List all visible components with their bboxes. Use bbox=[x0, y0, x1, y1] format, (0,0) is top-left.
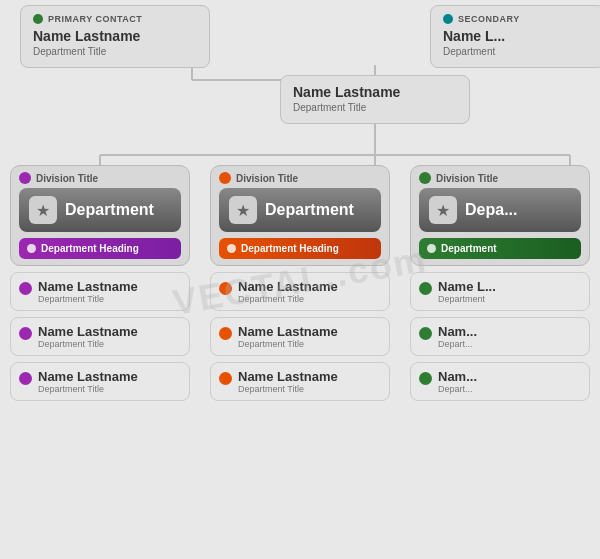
div3-title: Division Title bbox=[436, 173, 498, 184]
div3-p3-dept: Depart... bbox=[438, 384, 477, 394]
div2-heading-text: Department Heading bbox=[241, 243, 339, 254]
division-col-3: Division Title ★ Depa... Department Name… bbox=[400, 165, 600, 401]
div1-dept-header: ★ Department bbox=[19, 188, 181, 232]
div1-p3-dot bbox=[19, 372, 32, 385]
div2-p3-dot bbox=[219, 372, 232, 385]
div2-title: Division Title bbox=[236, 173, 298, 184]
div3-p2-dot bbox=[419, 327, 432, 340]
primary-name: Name Lastname bbox=[33, 28, 197, 44]
division-box-2: Division Title ★ Department Department H… bbox=[210, 165, 390, 266]
div3-heading-text: Department bbox=[441, 243, 497, 254]
div3-person-3: Nam... Depart... bbox=[410, 362, 590, 401]
middle-contact-card: Name Lastname Department Title bbox=[280, 75, 470, 124]
div3-p2-dept: Depart... bbox=[438, 339, 477, 349]
div2-p2-dot bbox=[219, 327, 232, 340]
div1-heading-dot bbox=[27, 244, 36, 253]
secondary-name: Name L... bbox=[443, 28, 592, 44]
div1-p1-name: Name Lastname bbox=[38, 279, 138, 294]
div2-p1-dept: Department Title bbox=[238, 294, 338, 304]
division-box-1: Division Title ★ Department Department H… bbox=[10, 165, 190, 266]
div1-p1-dept: Department Title bbox=[38, 294, 138, 304]
div2-dept-header: ★ Department bbox=[219, 188, 381, 232]
div2-person-2: Name Lastname Department Title bbox=[210, 317, 390, 356]
div1-dot bbox=[19, 172, 31, 184]
division-col-2: Division Title ★ Department Department H… bbox=[200, 165, 400, 401]
div3-heading-dot bbox=[427, 244, 436, 253]
div3-star-icon: ★ bbox=[429, 196, 457, 224]
div3-p2-name: Nam... bbox=[438, 324, 477, 339]
middle-name: Name Lastname bbox=[293, 84, 457, 100]
div1-p3-name: Name Lastname bbox=[38, 369, 138, 384]
div1-person-1: Name Lastname Department Title bbox=[10, 272, 190, 311]
div1-p2-dept: Department Title bbox=[38, 339, 138, 349]
div3-dept-name: Depa... bbox=[465, 201, 517, 219]
div2-p1-dot bbox=[219, 282, 232, 295]
secondary-label: SECONDARY bbox=[458, 14, 520, 24]
div2-heading-dot bbox=[227, 244, 236, 253]
secondary-dot bbox=[443, 14, 453, 24]
div3-p1-dept: Department bbox=[438, 294, 496, 304]
div3-p3-dot bbox=[419, 372, 432, 385]
div2-dot bbox=[219, 172, 231, 184]
div3-heading-bar: Department bbox=[419, 238, 581, 259]
div2-heading-bar: Department Heading bbox=[219, 238, 381, 259]
div3-p3-name: Nam... bbox=[438, 369, 477, 384]
div2-p3-dept: Department Title bbox=[238, 384, 338, 394]
div2-p1-name: Name Lastname bbox=[238, 279, 338, 294]
divisions-row: Division Title ★ Department Department H… bbox=[0, 165, 600, 401]
div2-p3-name: Name Lastname bbox=[238, 369, 338, 384]
div1-person-2: Name Lastname Department Title bbox=[10, 317, 190, 356]
div3-dot bbox=[419, 172, 431, 184]
div3-person-1: Name L... Department bbox=[410, 272, 590, 311]
primary-contact-card: PRIMARY CONTACT Name Lastname Department… bbox=[20, 5, 210, 68]
div2-star-icon: ★ bbox=[229, 196, 257, 224]
division-col-1: Division Title ★ Department Department H… bbox=[0, 165, 200, 401]
div2-p2-name: Name Lastname bbox=[238, 324, 338, 339]
div1-p2-name: Name Lastname bbox=[38, 324, 138, 339]
div3-dept-header: ★ Depa... bbox=[419, 188, 581, 232]
div2-p2-dept: Department Title bbox=[238, 339, 338, 349]
primary-label: PRIMARY CONTACT bbox=[48, 14, 142, 24]
org-chart: PRIMARY CONTACT Name Lastname Department… bbox=[0, 0, 600, 559]
div3-p1-dot bbox=[419, 282, 432, 295]
div1-p3-dept: Department Title bbox=[38, 384, 138, 394]
div3-p1-name: Name L... bbox=[438, 279, 496, 294]
div1-p1-dot bbox=[19, 282, 32, 295]
div1-heading-bar: Department Heading bbox=[19, 238, 181, 259]
primary-dept: Department Title bbox=[33, 46, 197, 57]
div1-title: Division Title bbox=[36, 173, 98, 184]
div1-star-icon: ★ bbox=[29, 196, 57, 224]
div1-p2-dot bbox=[19, 327, 32, 340]
div2-person-3: Name Lastname Department Title bbox=[210, 362, 390, 401]
secondary-contact-card: SECONDARY Name L... Department bbox=[430, 5, 600, 68]
div1-heading-text: Department Heading bbox=[41, 243, 139, 254]
middle-dept: Department Title bbox=[293, 102, 457, 113]
primary-dot bbox=[33, 14, 43, 24]
div2-dept-name: Department bbox=[265, 201, 354, 219]
div1-dept-name: Department bbox=[65, 201, 154, 219]
secondary-dept: Department bbox=[443, 46, 592, 57]
div3-person-2: Nam... Depart... bbox=[410, 317, 590, 356]
division-box-3: Division Title ★ Depa... Department bbox=[410, 165, 590, 266]
div1-person-3: Name Lastname Department Title bbox=[10, 362, 190, 401]
div2-person-1: Name Lastname Department Title bbox=[210, 272, 390, 311]
